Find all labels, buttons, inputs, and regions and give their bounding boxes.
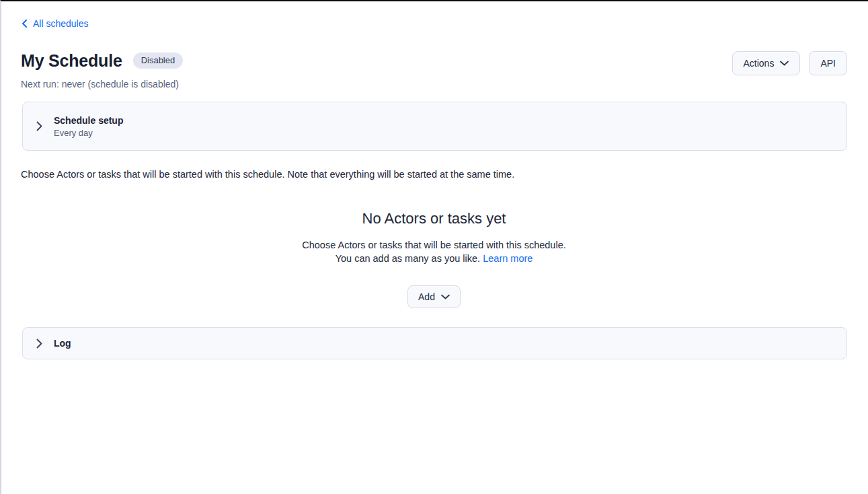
schedule-setup-text: Schedule setup Every day — [54, 114, 123, 139]
back-to-all-schedules-link[interactable]: All schedules — [21, 17, 89, 30]
next-run-text: Next run: never (schedule is disabled) — [21, 78, 183, 90]
status-badge: Disabled — [133, 52, 184, 69]
chevron-down-icon — [780, 61, 789, 66]
chevron-right-icon — [36, 121, 42, 131]
page-title: My Schedule — [21, 50, 122, 71]
schedule-setup-title: Schedule setup — [54, 114, 123, 127]
schedule-setup-panel[interactable]: Schedule setup Every day — [22, 102, 847, 151]
empty-state-body: Choose Actors or tasks that will be star… — [21, 238, 847, 265]
add-button-label: Add — [418, 292, 435, 302]
empty-state-line2-row: You can add as many as you like. Learn m… — [21, 252, 847, 265]
empty-state-title: No Actors or tasks yet — [21, 209, 847, 227]
back-link-label: All schedules — [33, 17, 89, 30]
actions-button[interactable]: Actions — [732, 51, 801, 75]
add-button-row: Add — [21, 285, 847, 308]
log-panel-title: Log — [54, 337, 71, 349]
main-content: All schedules My Schedule Disabled Next … — [1, 1, 868, 359]
empty-state: No Actors or tasks yet Choose Actors or … — [21, 209, 847, 308]
title-line: My Schedule Disabled — [21, 50, 183, 71]
chevron-right-icon — [36, 339, 42, 349]
empty-state-line2: You can add as many as you like. — [336, 253, 481, 264]
api-button-label: API — [820, 59, 836, 68]
api-button[interactable]: API — [809, 51, 847, 75]
page-viewport: All schedules My Schedule Disabled Next … — [0, 0, 868, 494]
page-header-actions: Actions API — [732, 51, 848, 75]
empty-state-line1: Choose Actors or tasks that will be star… — [21, 238, 847, 252]
learn-more-link[interactable]: Learn more — [483, 253, 532, 264]
add-button[interactable]: Add — [407, 285, 461, 308]
log-panel[interactable]: Log — [22, 327, 847, 359]
page-header: My Schedule Disabled Next run: never (sc… — [21, 50, 847, 90]
chevron-left-icon — [21, 20, 28, 28]
chevron-down-icon — [441, 294, 450, 299]
schedule-setup-subtitle: Every day — [54, 127, 123, 139]
page-header-left: My Schedule Disabled Next run: never (sc… — [21, 50, 183, 90]
actions-button-label: Actions — [744, 59, 775, 68]
schedule-description-text: Choose Actors or tasks that will be star… — [21, 168, 847, 181]
